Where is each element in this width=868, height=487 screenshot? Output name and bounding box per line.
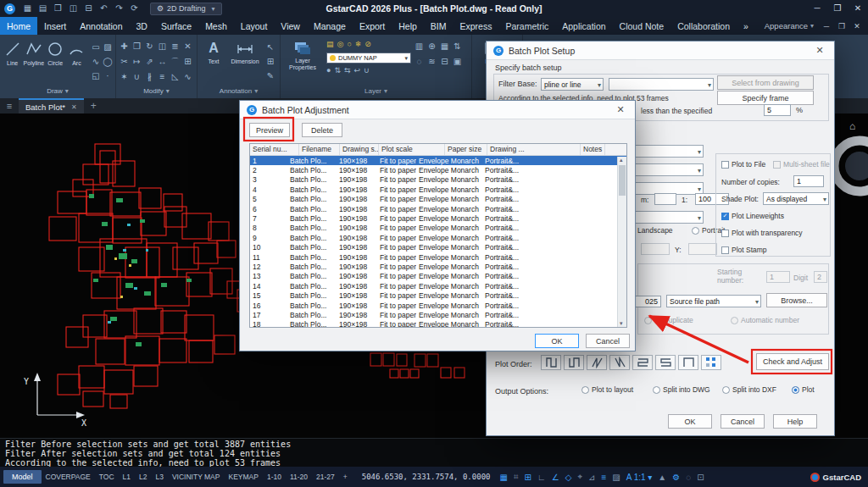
maximize-button[interactable]: ❐ [827, 0, 848, 17]
redo-icon[interactable]: ↷ [112, 0, 126, 17]
close-icon[interactable]: ✕ [812, 45, 827, 56]
plot-stamp-checkbox[interactable]: Plot Stamp [721, 246, 767, 254]
ribbon-minimize-button[interactable]: ─ [819, 22, 834, 30]
layout-tab[interactable]: L1 [119, 473, 135, 481]
automatic-number-radio[interactable]: Automatic number [731, 316, 799, 324]
setup-help-button[interactable]: Help [773, 414, 817, 429]
layer-lock-icon[interactable]: ⊘ [364, 39, 371, 51]
erase-tool-icon[interactable]: ✕ [181, 39, 194, 54]
layout-tab[interactable]: 21-27 [312, 473, 339, 481]
command-line[interactable]: Filter Before selection sets and get tot… [0, 438, 868, 467]
table-row[interactable]: 13 Batch Plo... 190×198 Fit to paper Env… [250, 272, 626, 281]
adjust-dialog-titlebar[interactable]: G Batch Plot Adjustment ✕ [240, 101, 635, 119]
snap-mode-icon[interactable]: ⌗ [514, 472, 519, 482]
offset-x-input[interactable] [641, 243, 670, 255]
ribbon-tab[interactable]: Help [392, 17, 424, 35]
close-icon[interactable]: ✕ [613, 104, 628, 115]
adjust-cancel-button[interactable]: Cancel [586, 334, 630, 348]
explode-tool-icon[interactable]: ✶ [118, 69, 131, 85]
dynamic-input-icon[interactable]: ⊿ [588, 473, 595, 482]
delete-button[interactable]: Delete [302, 123, 342, 137]
object-track-icon[interactable]: ⌖ [577, 472, 582, 482]
copy-tool-icon[interactable]: ❐ [131, 39, 143, 54]
layer-tool-icon[interactable]: ◌ [413, 54, 426, 69]
lineweight-icon[interactable]: ≡ [601, 473, 606, 482]
annotation-scale-label[interactable]: A 1:1 ▾ [626, 473, 653, 482]
plot-lineweights-checkbox[interactable]: Plot Lineweights [721, 212, 784, 220]
grid-icon[interactable]: ⊞ [525, 473, 531, 482]
table-row[interactable]: 9 Batch Plo... 190×198 Fit to paper Enve… [250, 233, 626, 242]
order-down-serpentine-icon[interactable] [564, 355, 584, 370]
transparency-icon[interactable]: ▨ [612, 473, 620, 482]
setup-cancel-button[interactable]: Cancel [721, 414, 765, 429]
open-folder-icon[interactable]: ❒ [51, 0, 65, 17]
layer-tool-icon[interactable]: ⇅ [451, 39, 464, 54]
ribbon-restore-button[interactable]: ❐ [834, 22, 849, 30]
ribbon-tab[interactable]: Annotation [73, 17, 129, 35]
copies-input[interactable]: 1 [793, 175, 824, 187]
text-tool[interactable]: A Text [199, 36, 228, 87]
hatch-tool-icon[interactable]: ▨ [102, 40, 114, 54]
ribbon-tab[interactable]: Mesh [198, 17, 234, 35]
ellipse-tool-icon[interactable]: ◯ [102, 54, 114, 69]
starting-number-input[interactable]: 1 [766, 271, 790, 283]
layer-properties-button[interactable]: Layer Properties [282, 36, 323, 87]
minimize-button[interactable]: ─ [807, 0, 827, 17]
new-file-icon[interactable]: ▤ [36, 0, 50, 17]
ribbon-tab[interactable]: » [737, 17, 755, 35]
plot-radio[interactable]: Plot [792, 385, 815, 394]
layer-tool-icon[interactable]: ⊕ [426, 39, 438, 54]
layout-tab[interactable]: L2 [135, 473, 151, 481]
plot-frames-table[interactable]: Serial nu...FilenameDrawing s...Plot sca… [249, 143, 627, 328]
markup-tool-icon[interactable]: ✎ [264, 69, 276, 83]
leader-tool-icon[interactable]: ↖ [264, 40, 276, 54]
ribbon-tab[interactable]: 3D [130, 17, 154, 35]
layer-isolate-icon[interactable]: ◎ [337, 39, 344, 51]
column-header[interactable]: Drawing s... [340, 144, 379, 155]
line-tool[interactable]: Line [2, 36, 23, 87]
layout-tab[interactable]: KEYMAP [224, 473, 262, 481]
table-row[interactable]: 8 Batch Plo... 190×198 Fit to paper Enve… [250, 224, 626, 233]
table-row[interactable]: 2 Batch Plo... 190×198 Fit to paper Enve… [250, 165, 626, 174]
table-row[interactable]: 10 Batch Plo... 190×198 Fit to paper Env… [250, 243, 626, 252]
trim-tool-icon[interactable]: ✂ [118, 54, 131, 69]
layer-tool-icon[interactable]: ▥ [413, 39, 426, 54]
refresh-icon[interactable]: ⟳ [127, 0, 142, 17]
layer-dropdown[interactable]: DUMMY NAP [326, 53, 411, 64]
layer-tool-icon[interactable]: ⊟ [438, 54, 451, 69]
plot-to-file-checkbox[interactable]: Plot to File [721, 160, 765, 169]
column-header[interactable]: Drawing ... [487, 144, 581, 155]
ribbon-tab[interactable]: Collaboration [670, 17, 737, 35]
menu-grid-icon[interactable]: ▦ [20, 0, 35, 17]
table-row[interactable]: 17 Batch Plo... 190×198 Fit to paper Env… [250, 310, 626, 319]
model-tab[interactable]: Model [3, 470, 42, 484]
layer-previous-icon[interactable]: ↩ [354, 65, 361, 77]
polar-tracking-icon[interactable]: ∠ [552, 473, 559, 482]
offset-tool-icon[interactable]: ≣ [169, 39, 181, 54]
layer-states-icon[interactable]: ▤ [326, 39, 334, 51]
table-scrollbar[interactable] [617, 157, 626, 327]
layer-off-icon[interactable]: ○ [347, 39, 351, 51]
layout-tab[interactable]: VICINITY MAP [168, 473, 225, 481]
layout-tab[interactable]: L3 [151, 473, 167, 481]
shade-plot-combo[interactable]: As displayed [763, 192, 829, 205]
check-and-adjust-button[interactable]: Check and Adjust [756, 353, 829, 370]
break-tool-icon[interactable]: ∦ [143, 69, 156, 85]
layout-tab[interactable]: 1-10 [263, 473, 286, 481]
undo-icon[interactable]: ↶ [97, 0, 111, 17]
region-tool-icon[interactable]: ◱ [90, 69, 102, 83]
stretch-tool-icon[interactable]: ↔ [156, 54, 169, 69]
digit-input[interactable]: 2 [814, 271, 827, 283]
chamfer-tool-icon[interactable]: ◺ [169, 69, 181, 85]
print-icon[interactable]: ⊟ [81, 0, 96, 17]
backup-duplicate-radio[interactable]: up duplicate [644, 316, 693, 324]
clean-screen-icon[interactable]: ⊡ [697, 473, 704, 482]
array-tool-icon[interactable]: ⊞ [181, 54, 194, 69]
table-row[interactable]: 4 Batch Plo... 190×198 Fit to paper Enve… [250, 185, 626, 194]
column-header[interactable]: Paper size [445, 144, 487, 155]
add-layout-button[interactable]: + [339, 473, 352, 481]
ortho-icon[interactable]: ∟ [537, 473, 546, 482]
split-into-dwg-radio[interactable]: Split into DWG [653, 385, 710, 394]
ribbon-tab[interactable]: Parametric [498, 17, 555, 35]
table-row[interactable]: 14 Batch Plo... 190×198 Fit to paper Env… [250, 281, 626, 291]
